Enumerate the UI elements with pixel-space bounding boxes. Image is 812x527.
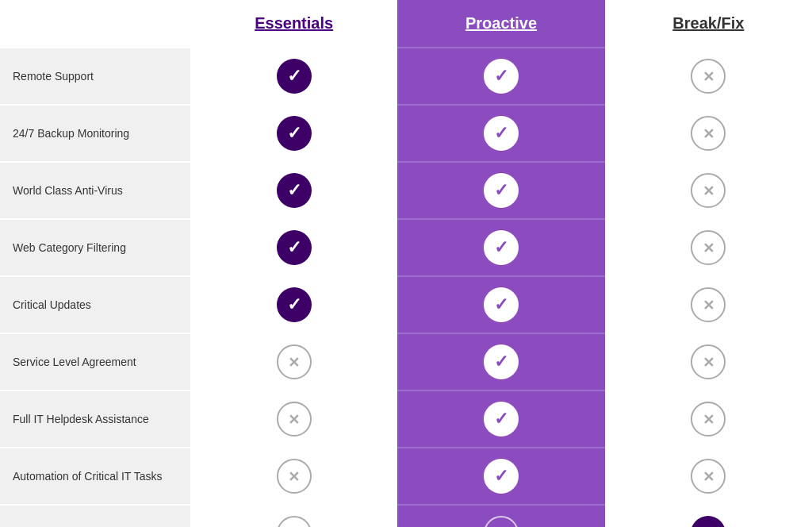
feature-cell: Service Level Agreement (0, 333, 190, 390)
header-essentials: Essentials (190, 0, 397, 47)
xmark-icon (703, 296, 714, 314)
proactive-cell (397, 104, 604, 161)
xmark-icon (288, 410, 300, 429)
feature-cell: Remote Support (0, 47, 190, 104)
checkmark-icon (494, 466, 508, 487)
xmark-icon (703, 410, 714, 429)
x-icon (277, 402, 312, 437)
check-icon (277, 287, 312, 322)
check-icon (484, 230, 519, 265)
feature-cell: Critical Updates (0, 275, 190, 333)
breakfix-cell (605, 161, 812, 218)
table-body: Remote Support24/7 Backup MonitoringWorl… (0, 47, 812, 527)
check-icon (691, 516, 726, 527)
check-icon (484, 459, 519, 494)
x-icon (691, 230, 726, 265)
xmark-icon (703, 467, 714, 486)
essentials-cell (190, 47, 397, 104)
x-icon (691, 173, 726, 208)
feature-cell: Full IT Helpdesk Assistance (0, 390, 190, 447)
checkmark-icon (494, 352, 508, 372)
proactive-cell (397, 504, 604, 527)
check-icon (277, 59, 312, 94)
check-icon (484, 344, 519, 379)
proactive-label: Proactive (465, 14, 537, 33)
breakfix-cell (605, 47, 812, 104)
xmark-icon (288, 467, 300, 486)
x-icon (691, 459, 726, 494)
checkmark-icon (287, 123, 301, 144)
checkmark-icon (494, 180, 508, 201)
feature-cell: 24/7 Backup Monitoring (0, 104, 190, 161)
checkmark-icon (287, 294, 301, 315)
comparison-table: Essentials Proactive Break/Fix (0, 0, 812, 47)
essentials-cell (190, 504, 397, 527)
xmark-icon (703, 125, 714, 143)
check-icon (484, 173, 519, 208)
header-features (0, 0, 190, 47)
essentials-cell (190, 275, 397, 333)
breakfix-cell (605, 333, 812, 390)
checkmark-icon (287, 180, 301, 201)
essentials-cell (190, 218, 397, 275)
proactive-cell (397, 390, 604, 447)
check-icon (484, 402, 519, 437)
essentials-cell (190, 104, 397, 161)
checkmark-icon (494, 123, 508, 144)
x-icon (691, 59, 726, 94)
x-icon (277, 459, 312, 494)
x-icon (691, 402, 726, 437)
x-icon (691, 287, 726, 322)
breakfix-cell (605, 447, 812, 504)
breakfix-cell (605, 218, 812, 275)
checkmark-icon (494, 294, 508, 315)
breakfix-cell (605, 390, 812, 447)
essentials-cell (190, 161, 397, 218)
check-icon (277, 116, 312, 151)
xmark-icon (288, 525, 300, 528)
x-icon (277, 516, 312, 527)
check-icon (484, 287, 519, 322)
essentials-label: Essentials (255, 14, 333, 33)
proactive-cell (397, 333, 604, 390)
proactive-cell (397, 275, 604, 333)
breakfix-label: Break/Fix (672, 14, 744, 33)
checkmark-icon (494, 66, 508, 87)
x-icon (691, 344, 726, 379)
xmark-icon (288, 353, 300, 371)
breakfix-cell (605, 104, 812, 161)
xmark-icon (703, 182, 714, 200)
proactive-cell (397, 218, 604, 275)
essentials-cell (190, 333, 397, 390)
check-icon (484, 116, 519, 151)
essentials-cell (190, 447, 397, 504)
x-icon (277, 344, 312, 379)
xmark-icon (495, 525, 507, 528)
checkmark-icon (701, 523, 715, 527)
breakfix-cell (605, 504, 812, 527)
feature-cell: World Class Anti-Virus (0, 161, 190, 218)
proactive-cell (397, 447, 604, 504)
breakfix-cell (605, 275, 812, 333)
xmark-icon (703, 67, 714, 86)
header-proactive: Proactive (397, 0, 604, 47)
proactive-cell (397, 161, 604, 218)
feature-cell: Web Category Filtering (0, 218, 190, 275)
feature-cell: Automation of Critical IT Tasks (0, 447, 190, 504)
proactive-cell (397, 47, 604, 104)
checkmark-icon (494, 237, 508, 258)
xmark-icon (703, 353, 714, 371)
checkmark-icon (494, 409, 508, 429)
check-icon (277, 173, 312, 208)
check-icon (277, 230, 312, 265)
xmark-icon (703, 239, 714, 257)
x-icon (484, 516, 519, 527)
essentials-cell (190, 390, 397, 447)
header-breakfix: Break/Fix (605, 0, 812, 47)
check-icon (484, 59, 519, 94)
checkmark-icon (287, 66, 301, 87)
feature-cell: PAYG Services (0, 504, 190, 527)
checkmark-icon (287, 237, 301, 258)
x-icon (691, 116, 726, 151)
